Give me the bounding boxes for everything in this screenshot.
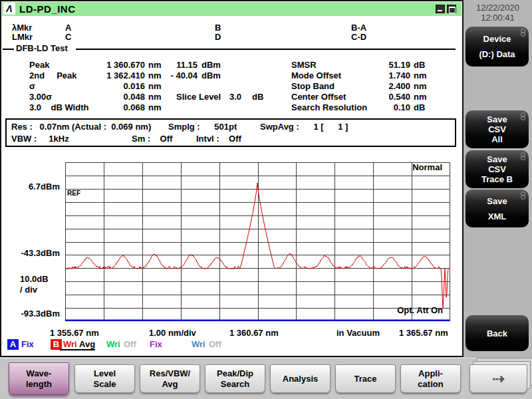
interval-setting: Intvl : Off (196, 134, 241, 144)
spectrum-chart (65, 162, 450, 321)
softkey-label: Back (487, 329, 507, 338)
y-axis-ref-level: 6.7dBm (17, 182, 60, 192)
menu-label: Search (221, 379, 249, 390)
analysis-section-title: DFB-LD Test (16, 43, 68, 53)
back-button[interactable]: Back (466, 315, 529, 351)
result-label: SMSR (291, 60, 317, 70)
result-wavelength-unit: nm (148, 102, 162, 112)
softkey-label: Device (483, 34, 511, 44)
trace-e-state: Off (209, 339, 221, 349)
menu-label: Level (94, 368, 116, 379)
softkey-label: Save (487, 114, 507, 124)
title-bar: Λ LD-PD_INC (2, 2, 462, 16)
section-rule-left (3, 49, 14, 50)
result-row-peak: Peak 1 360.670 nm 11.15 dBm SMSR 51.19 d… (1, 60, 462, 70)
function-menu-bar: Wave- length Level Scale Res/VBW/ Avg Pe… (0, 358, 532, 399)
save-csv-all-button[interactable]: Save CSV All (466, 110, 529, 148)
result-unit: nm (414, 81, 427, 91)
menu-analysis-button[interactable]: Analysis (270, 364, 331, 393)
vbw-setting: VBW : 1kHz (11, 134, 69, 144)
trace-a-badge: A (7, 339, 19, 350)
menu-label: Scale (94, 379, 116, 390)
wavelength-marker-label: λMkr (12, 23, 32, 33)
result-wavelength: 0.016 (78, 81, 145, 91)
device-data-button[interactable]: Device (D:) Data (466, 27, 529, 66)
result-label: Peak (29, 60, 49, 70)
result-label: 3.00σ (29, 92, 52, 102)
softkey-label: Save (487, 196, 507, 206)
chart-bottom-blue-line (65, 320, 450, 322)
stack-icon (521, 192, 525, 200)
app-logo-icon: Λ (3, 3, 15, 15)
softkey-label: CSV (488, 124, 506, 134)
trace-a-status: Fix (21, 339, 34, 349)
spectrum-trace (65, 183, 450, 309)
result-row-sigma: σ 0.016 nm Stop Band 2.400 nm (1, 81, 462, 91)
stack-icon (521, 152, 525, 160)
menu-label: length (26, 379, 52, 390)
softkey-sidebar: 12/22/2020 12:00:41 Device (D:) Data Sav… (464, 0, 532, 363)
save-xml-button[interactable]: Save XML (466, 190, 529, 227)
result-level-unit: dBm (201, 60, 221, 70)
result-wavelength: 1 360.670 (78, 60, 145, 70)
menu-application-button[interactable]: Appli- cation (400, 364, 461, 393)
y-axis-scale-per-div: 10.0dB (20, 274, 49, 284)
menu-level-scale-button[interactable]: Level Scale (74, 364, 135, 393)
x-axis-per-div: 1.00 nm/div (149, 328, 196, 338)
menu-label: cation (418, 379, 443, 390)
marker-c-d-label: C-D (351, 32, 366, 42)
trace-b-badge: B (51, 339, 62, 350)
menu-more-button[interactable]: ⇢ (469, 364, 527, 393)
maximize-button[interactable] (447, 5, 456, 13)
sweep-settings-box: Res : 0.07nm (Actual : 0.069 nm) Smplg :… (5, 118, 456, 147)
date-text: 12/22/2020 (464, 3, 532, 13)
trace-c-state: Off (124, 339, 136, 349)
x-axis-medium-label: in Vacuum (336, 328, 380, 338)
sweep-average-setting: SwpAvg : 1 [ 1 ] (260, 122, 348, 132)
result-wavelength-unit: nm (148, 81, 162, 91)
trace-b-status: Wri (63, 339, 77, 349)
result-level: - 40.04 (160, 70, 198, 80)
menu-peak-dip-search-button[interactable]: Peak/Dip Search (205, 364, 265, 393)
result-value: 0.540 (346, 92, 410, 102)
menu-label: Avg (162, 379, 178, 390)
result-value: 51.19 (346, 60, 410, 70)
softkey-label: All (491, 134, 503, 144)
sampling-setting: Smplg : 501pt (168, 122, 237, 132)
softkey-label: Trace B (481, 174, 513, 184)
result-label: Stop Band (291, 81, 334, 91)
result-level: 11.15 (160, 60, 198, 70)
save-csv-trace-b-button[interactable]: Save CSV Trace B (466, 150, 529, 188)
menu-res-vbw-avg-button[interactable]: Res/VBW/ Avg (140, 364, 200, 393)
result-wavelength: 0.068 (78, 102, 145, 112)
softkey-label: CSV (488, 164, 506, 174)
result-value: 0.10 (346, 102, 410, 112)
softkey-label: (D:) Data (479, 49, 515, 59)
window-title: LD-PD_INC (19, 3, 76, 15)
result-label: 2nd Peak (29, 70, 77, 80)
ref-level-marker-label: REF (67, 190, 80, 197)
section-rule-right (76, 49, 456, 50)
menu-wavelength-button[interactable]: Wave- length (9, 362, 69, 395)
x-axis-stop-wavelength: 1 365.67 nm (399, 328, 448, 338)
result-wavelength-unit: nm (148, 92, 162, 102)
y-axis-mid-level: -43.3dBm (17, 248, 60, 258)
menu-label: Wave- (27, 368, 52, 379)
result-label: σ (29, 81, 35, 91)
menu-trace-button[interactable]: Trace (335, 364, 396, 393)
softkey-label: XML (488, 211, 506, 221)
x-axis-start-wavelength: 1 355.67 nm (50, 328, 99, 338)
marker-a-label: A (65, 23, 71, 33)
result-level-unit: dBm (201, 70, 221, 80)
menu-label: Peak/Dip (217, 368, 253, 379)
trace-c-status: Wri (106, 339, 120, 349)
result-row-2nd-peak: 2nd Peak 1 362.410 nm - 40.04 dBm Mode O… (1, 70, 462, 80)
display-mode-label: Normal (404, 162, 442, 172)
time-text: 12:00:41 (464, 13, 532, 23)
minimize-button[interactable] (436, 5, 445, 13)
result-row-db-width: 3.0 dB Width 0.068 nm Search Resolution … (1, 102, 462, 112)
x-axis-center-wavelength: 1 360.67 nm (229, 328, 279, 338)
stack-icon (521, 112, 525, 120)
result-label: Center Offset (291, 92, 346, 102)
level-marker-label: LMkr (12, 32, 33, 42)
